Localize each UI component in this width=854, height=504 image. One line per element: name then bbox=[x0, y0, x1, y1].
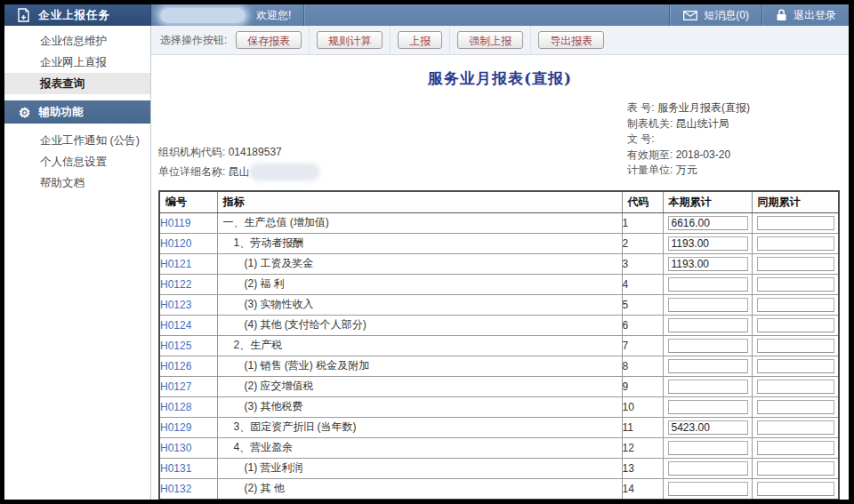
prior-period-cell bbox=[752, 437, 839, 458]
toolbar-button[interactable]: 导出报表 bbox=[538, 31, 604, 49]
row-id-cell: H0121 bbox=[159, 253, 217, 274]
row-id-link[interactable]: H0121 bbox=[160, 258, 191, 270]
prior-period-input[interactable] bbox=[757, 420, 835, 435]
row-id-cell: H0124 bbox=[159, 315, 217, 335]
row-id-link[interactable]: H0129 bbox=[160, 421, 191, 434]
prior-period-cell bbox=[752, 417, 839, 437]
current-period-input[interactable] bbox=[668, 298, 748, 312]
row-id-link[interactable]: H0132 bbox=[160, 483, 191, 495]
toolbar-button[interactable]: 规则计算 bbox=[317, 31, 383, 49]
row-id-cell: H0128 bbox=[159, 396, 217, 417]
row-code: 7 bbox=[622, 335, 663, 356]
sidebar-item[interactable]: 帮助文档 bbox=[4, 172, 150, 194]
sidebar: 企业信息维护企业网上直报报表查询 ⚙ 辅助功能 企业工作通知 (公告)个人信息设… bbox=[4, 26, 151, 500]
report-meta-right: 表 号: 服务业月报表(直报)制表机关: 昆山统计局文 号: 有效期至: 201… bbox=[627, 100, 750, 179]
prior-period-cell bbox=[752, 458, 839, 478]
row-id-link[interactable]: H0125 bbox=[160, 340, 191, 352]
prior-period-input[interactable] bbox=[757, 216, 835, 230]
prior-period-input[interactable] bbox=[757, 277, 835, 292]
prior-period-input[interactable] bbox=[757, 482, 835, 496]
current-period-cell bbox=[663, 233, 752, 253]
meta-value: 2018-03-20 bbox=[676, 148, 730, 161]
current-period-input[interactable] bbox=[668, 318, 748, 332]
current-period-input[interactable] bbox=[668, 420, 748, 435]
sidebar-item[interactable]: 个人信息设置 bbox=[4, 151, 150, 172]
row-indicator: 1、劳动者报酬 bbox=[217, 233, 622, 253]
row-id-cell: H0123 bbox=[159, 294, 217, 315]
prior-period-input[interactable] bbox=[757, 400, 835, 414]
sidebar-item[interactable]: 报表查询 bbox=[4, 73, 150, 94]
messages-button[interactable]: 短消息(0) bbox=[671, 4, 761, 26]
row-id-link[interactable]: H0123 bbox=[160, 299, 191, 311]
sidebar-section-aux-header[interactable]: ⚙ 辅助功能 bbox=[4, 100, 150, 124]
prior-period-input[interactable] bbox=[757, 441, 835, 455]
logout-button[interactable]: 退出登录 bbox=[763, 4, 849, 26]
report-table: 编号指标代码本期累计同期累计 H0119一、生产总值 (增加值)1H01201、… bbox=[158, 190, 840, 500]
row-id-cell: H0130 bbox=[159, 437, 217, 458]
toolbar-separator bbox=[449, 26, 450, 55]
prior-period-input[interactable] bbox=[757, 339, 835, 353]
prior-period-input[interactable] bbox=[757, 298, 835, 312]
row-id-link[interactable]: H0119 bbox=[160, 217, 190, 229]
row-id-link[interactable]: H0124 bbox=[160, 319, 191, 332]
current-period-cell bbox=[663, 356, 752, 376]
sidebar-item[interactable]: 企业网上直报 bbox=[4, 52, 150, 73]
prior-period-cell bbox=[752, 274, 839, 294]
current-period-input[interactable] bbox=[668, 359, 748, 373]
report-title: 服务业月报表(直报) bbox=[151, 68, 849, 89]
current-period-cell bbox=[663, 335, 752, 356]
current-period-input[interactable] bbox=[668, 277, 748, 292]
row-indicator: (4) 其他 (支付给个人部分) bbox=[217, 315, 622, 335]
row-indicator: 3、固定资产折旧 (当年数) bbox=[217, 417, 622, 437]
prior-period-input[interactable] bbox=[757, 318, 835, 332]
toolbar-button[interactable]: 强制上报 bbox=[457, 31, 523, 49]
table-header-cell: 代码 bbox=[622, 191, 663, 212]
current-period-input[interactable] bbox=[668, 257, 748, 271]
prior-period-input[interactable] bbox=[757, 257, 835, 271]
current-period-input[interactable] bbox=[668, 461, 748, 476]
row-id-link[interactable]: H0131 bbox=[160, 462, 191, 475]
table-row: H01304、营业盈余12 bbox=[159, 437, 839, 458]
table-row: H0119一、生产总值 (增加值)1 bbox=[159, 212, 839, 233]
prior-period-input[interactable] bbox=[757, 359, 835, 373]
row-id-link[interactable]: H0130 bbox=[160, 442, 191, 454]
toolbar-separator bbox=[390, 26, 391, 55]
current-period-input[interactable] bbox=[668, 400, 748, 414]
prior-period-input[interactable] bbox=[757, 380, 835, 394]
row-id-link[interactable]: H0126 bbox=[160, 360, 191, 372]
meta-value: 昆山统计局 bbox=[676, 117, 729, 130]
row-code: 11 bbox=[622, 417, 663, 437]
table-header-cell: 指标 bbox=[217, 191, 622, 212]
sidebar-section-report-header[interactable]: 企业上报任务 bbox=[4, 4, 151, 26]
table-row: H0123(3) 实物性收入5 bbox=[159, 294, 839, 315]
prior-period-input[interactable] bbox=[757, 461, 835, 476]
meta-label: 有效期至: bbox=[627, 148, 676, 161]
prior-period-cell bbox=[752, 233, 839, 253]
current-period-cell bbox=[663, 478, 752, 500]
prior-period-input[interactable] bbox=[757, 236, 835, 251]
row-id-link[interactable]: H0122 bbox=[160, 278, 191, 291]
toolbar-button[interactable]: 保存报表 bbox=[236, 31, 302, 49]
row-code: 4 bbox=[622, 274, 663, 294]
username-redacted bbox=[160, 8, 246, 23]
table-header-cell: 编号 bbox=[159, 191, 217, 212]
current-period-input[interactable] bbox=[668, 216, 748, 230]
meta-line: 组织机构代码: 014189537 bbox=[158, 142, 318, 162]
current-period-input[interactable] bbox=[668, 380, 748, 394]
sidebar-item[interactable]: 企业信息维护 bbox=[4, 30, 150, 52]
current-period-input[interactable] bbox=[668, 482, 748, 496]
report-meta-left: 组织机构代码: 014189537单位详细名称: 昆山 bbox=[158, 142, 318, 181]
row-id-link[interactable]: H0128 bbox=[160, 401, 191, 413]
current-period-input[interactable] bbox=[668, 441, 748, 455]
sidebar-item[interactable]: 企业工作通知 (公告) bbox=[4, 130, 150, 151]
table-row: H0126(1) 销售 (营业) 税金及附加8 bbox=[159, 356, 839, 376]
row-id-link[interactable]: H0127 bbox=[160, 380, 191, 393]
current-period-cell bbox=[663, 274, 752, 294]
toolbar-button[interactable]: 上报 bbox=[398, 31, 442, 49]
report-meta: 组织机构代码: 014189537单位详细名称: 昆山 表 号: 服务业月报表(… bbox=[158, 89, 839, 190]
row-id-link[interactable]: H0120 bbox=[160, 237, 191, 250]
current-period-input[interactable] bbox=[668, 236, 748, 251]
meta-value: 昆山 bbox=[229, 165, 250, 178]
main-panel: 选择操作按钮: 保存报表规则计算上报强制上报导出报表 服务业月报表(直报) 组织… bbox=[151, 26, 849, 500]
current-period-input[interactable] bbox=[668, 339, 748, 353]
